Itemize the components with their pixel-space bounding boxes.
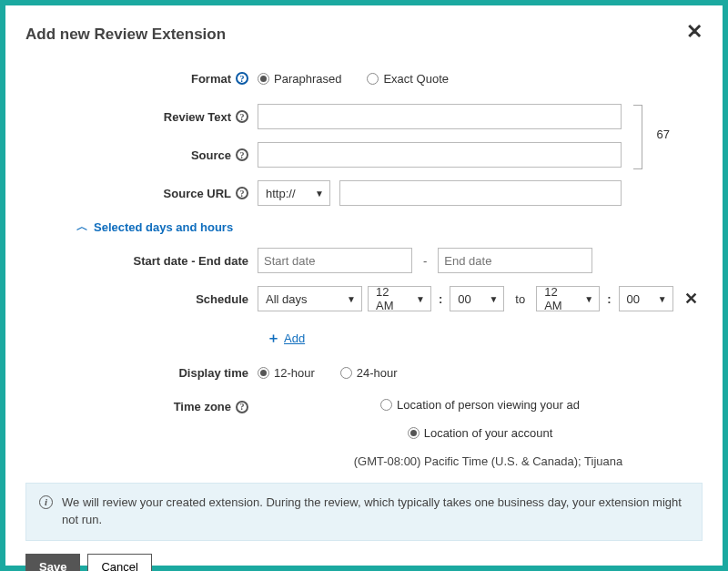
time-zone-label: Time zone: [174, 400, 231, 413]
source-input[interactable]: [258, 142, 622, 168]
schedule-to: to: [515, 292, 525, 306]
format-exact-quote-radio[interactable]: Exact Quote: [367, 72, 449, 86]
review-text-input[interactable]: [258, 104, 622, 129]
selected-days-hours-toggle[interactable]: ︿ Selected days and hours: [76, 219, 703, 235]
timezone-account-radio[interactable]: Location of your account: [408, 426, 553, 440]
schedule-label: Schedule: [196, 292, 248, 306]
help-icon[interactable]: ?: [236, 187, 248, 199]
format-paraphrased-radio[interactable]: Paraphrased: [258, 72, 341, 86]
time-colon: :: [607, 292, 611, 306]
source-url-input[interactable]: [339, 180, 622, 206]
plus-icon: ＋: [267, 330, 280, 347]
schedule-start-hour-select[interactable]: 12 AM ▼: [368, 286, 431, 311]
schedule-remove-icon[interactable]: ✕: [684, 289, 698, 309]
chevron-down-icon: ▼: [584, 294, 593, 304]
radio-icon: [258, 73, 269, 85]
source-url-label: Source URL: [164, 187, 231, 200]
save-button[interactable]: Save: [25, 554, 80, 571]
help-icon[interactable]: ?: [236, 148, 248, 161]
source-label: Source: [191, 148, 231, 162]
review-text-label: Review Text: [164, 110, 231, 124]
char-count: 67: [657, 127, 670, 141]
time-colon: :: [439, 292, 442, 306]
start-end-date-label: Start date - End date: [134, 254, 248, 268]
schedule-add-link[interactable]: ＋ Add: [267, 330, 305, 347]
help-icon[interactable]: ?: [236, 72, 248, 85]
radio-icon: [408, 427, 420, 439]
protocol-select[interactable]: http:// ▼: [258, 180, 330, 206]
review-info-text: We will review your created extension. D…: [62, 495, 689, 529]
chevron-down-icon: ▼: [658, 294, 667, 304]
chevron-down-icon: ▼: [416, 294, 425, 304]
schedule-start-min-select[interactable]: 00 ▼: [450, 286, 504, 311]
timezone-viewer-radio[interactable]: Location of person viewing your ad: [380, 398, 580, 412]
review-info-box: i We will review your created extension.…: [25, 483, 703, 541]
schedule-end-min-select[interactable]: 00 ▼: [619, 286, 673, 311]
radio-icon: [340, 367, 352, 379]
close-icon[interactable]: ✕: [686, 22, 703, 42]
cancel-button[interactable]: Cancel: [87, 554, 151, 571]
schedule-end-hour-select[interactable]: 12 AM ▼: [536, 286, 600, 311]
date-separator: -: [423, 254, 427, 268]
format-label: Format: [191, 72, 231, 86]
dialog-title: Add new Review Extension: [25, 25, 703, 44]
chevron-up-icon: ︿: [76, 219, 88, 235]
radio-icon: [367, 73, 379, 85]
display-time-24hour-radio[interactable]: 24-hour: [340, 366, 398, 380]
schedule-days-select[interactable]: All days ▼: [258, 286, 362, 311]
chevron-down-icon: ▼: [489, 294, 498, 304]
help-icon[interactable]: ?: [236, 110, 248, 123]
char-count-bracket: [633, 105, 642, 169]
chevron-down-icon: ▼: [347, 294, 356, 304]
review-extension-dialog: ✕ Add new Review Extension Format ? Para…: [5, 5, 723, 566]
end-date-input[interactable]: [438, 248, 592, 273]
info-icon: i: [39, 495, 53, 509]
timezone-account-detail: (GMT-08:00) Pacific Time (U.S. & Canada)…: [354, 454, 623, 468]
help-icon[interactable]: ?: [236, 401, 248, 413]
display-time-label: Display time: [178, 366, 248, 380]
radio-icon: [380, 399, 392, 411]
radio-icon: [258, 367, 269, 379]
display-time-12hour-radio[interactable]: 12-hour: [258, 366, 315, 380]
chevron-down-icon: ▼: [315, 189, 324, 199]
start-date-input[interactable]: [258, 248, 412, 273]
